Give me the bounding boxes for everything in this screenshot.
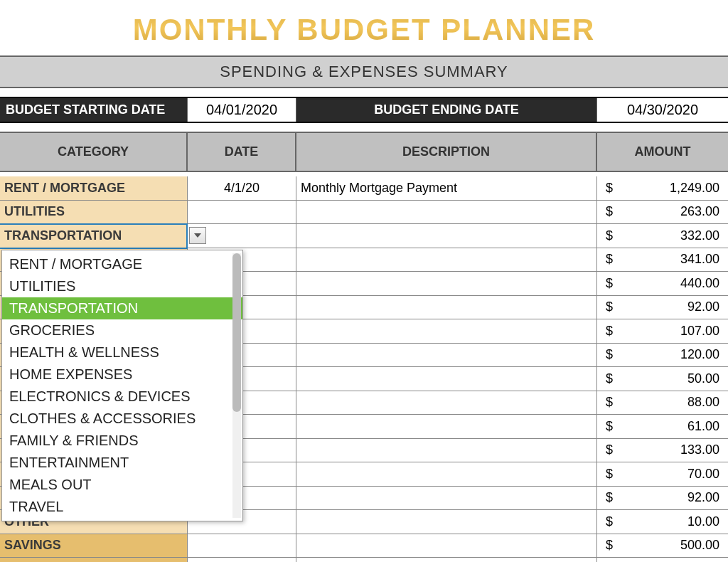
cell-category[interactable]: RENT / MORTGAGE <box>0 176 188 200</box>
cell-amount[interactable]: $120.00 <box>597 344 728 367</box>
dropdown-item[interactable]: CLOTHES & ACCESSORIES <box>2 408 242 430</box>
amount-value: 10.00 <box>687 514 719 529</box>
table-row: RENT / MORTGAGE4/1/20Monthly Mortgage Pa… <box>0 176 728 201</box>
header-description: DESCRIPTION <box>296 133 597 171</box>
cell-amount[interactable]: $92.00 <box>597 296 728 319</box>
cell-date[interactable] <box>188 201 296 224</box>
currency-symbol: $ <box>606 347 613 362</box>
cell-date[interactable] <box>188 534 296 558</box>
table-row: SAVINGS$500.00 <box>0 534 728 558</box>
dropdown-item[interactable]: UTILITIES <box>2 275 242 297</box>
cell-amount[interactable]: $92.00 <box>597 487 728 510</box>
cell-category[interactable]: SAVINGS <box>0 534 188 558</box>
cell-amount[interactable]: $1,249.00 <box>597 176 728 200</box>
cell-description[interactable] <box>296 558 597 562</box>
cell-description[interactable] <box>296 439 597 462</box>
cell-description[interactable] <box>296 344 597 367</box>
cell-description[interactable] <box>296 534 597 558</box>
cell-amount[interactable]: $50.00 <box>597 367 728 391</box>
cell-amount[interactable]: $70.00 <box>597 462 728 486</box>
dropdown-item[interactable]: GROCERIES <box>2 319 242 341</box>
cell-amount[interactable]: $10.00 <box>597 510 728 534</box>
start-date-value[interactable]: 04/01/2020 <box>188 98 296 122</box>
cell-description[interactable] <box>296 296 597 319</box>
cell-date[interactable] <box>188 558 296 562</box>
table-row: UTILITIES$263.00 <box>0 201 728 225</box>
amount-value: 332.00 <box>680 228 719 243</box>
cell-category[interactable]: TRANSPORTATION <box>0 224 188 248</box>
table-row: INVESTMENTS <box>0 558 728 562</box>
table-header-row: CATEGORY DATE DESCRIPTION AMOUNT <box>0 132 728 172</box>
cell-description[interactable] <box>296 367 597 391</box>
cell-description[interactable] <box>296 319 597 343</box>
currency-symbol: $ <box>606 324 613 339</box>
cell-description[interactable] <box>296 462 597 486</box>
dropdown-item[interactable]: HEALTH & WELLNESS <box>2 341 242 364</box>
dropdown-item[interactable]: HOME EXPENSES <box>2 364 242 386</box>
cell-amount[interactable]: $88.00 <box>597 391 728 415</box>
cell-description[interactable] <box>296 510 597 534</box>
end-date-label: BUDGET ENDING DATE <box>296 98 597 122</box>
cell-amount[interactable]: $107.00 <box>597 319 728 343</box>
budget-date-row: BUDGET STARTING DATE 04/01/2020 BUDGET E… <box>0 97 728 123</box>
cell-amount[interactable]: $341.00 <box>597 248 728 272</box>
amount-value: 61.00 <box>687 419 719 434</box>
dropdown-item[interactable]: RENT / MORTGAGE <box>2 253 242 275</box>
cell-description[interactable] <box>296 201 597 224</box>
cell-amount[interactable]: $332.00 <box>597 224 728 248</box>
amount-value: 107.00 <box>680 324 719 339</box>
category-dropdown[interactable]: RENT / MORTGAGEUTILITIESTRANSPORTATIONGR… <box>1 250 243 521</box>
cell-amount[interactable]: $61.00 <box>597 415 728 438</box>
header-amount: AMOUNT <box>597 133 728 171</box>
currency-symbol: $ <box>606 442 613 457</box>
dropdown-arrow-icon[interactable] <box>189 227 206 244</box>
amount-value: 1,249.00 <box>670 181 719 196</box>
cell-amount[interactable]: $263.00 <box>597 201 728 224</box>
currency-symbol: $ <box>606 204 613 219</box>
header-date: DATE <box>188 133 296 171</box>
cell-description[interactable] <box>296 391 597 415</box>
amount-value: 440.00 <box>680 276 719 291</box>
cell-description[interactable] <box>296 224 597 248</box>
cell-description[interactable] <box>296 487 597 510</box>
subtitle-bar: SPENDING & EXPENSES SUMMARY <box>0 55 728 88</box>
cell-description[interactable] <box>296 248 597 272</box>
cell-category[interactable]: UTILITIES <box>0 201 188 224</box>
currency-symbol: $ <box>606 299 613 314</box>
currency-symbol: $ <box>606 395 613 410</box>
dropdown-scrollbar-thumb[interactable] <box>232 253 241 412</box>
currency-symbol: $ <box>606 228 613 243</box>
dropdown-item[interactable]: TRANSPORTATION <box>2 297 242 319</box>
cell-date[interactable]: 4/1/20 <box>188 176 296 200</box>
dropdown-item[interactable]: ELECTRONICS & DEVICES <box>2 386 242 408</box>
amount-value: 70.00 <box>687 467 719 482</box>
amount-value: 263.00 <box>680 204 719 219</box>
cell-amount[interactable] <box>597 558 728 562</box>
cell-description[interactable]: Monthly Mortgage Payment <box>296 176 597 200</box>
currency-symbol: $ <box>606 276 613 291</box>
currency-symbol: $ <box>606 419 613 434</box>
currency-symbol: $ <box>606 467 613 482</box>
cell-amount[interactable]: $133.00 <box>597 439 728 462</box>
end-date-value[interactable]: 04/30/2020 <box>597 98 728 122</box>
dropdown-scrollbar[interactable] <box>232 253 241 518</box>
currency-symbol: $ <box>606 252 613 267</box>
amount-value: 50.00 <box>687 371 719 386</box>
dropdown-item[interactable]: FAMILY & FRIENDS <box>2 430 242 452</box>
amount-value: 341.00 <box>680 252 719 267</box>
amount-value: 92.00 <box>687 299 719 314</box>
amount-value: 120.00 <box>680 347 719 362</box>
currency-symbol: $ <box>606 371 613 386</box>
header-category: CATEGORY <box>0 133 188 171</box>
dropdown-item[interactable]: MEALS OUT <box>2 474 242 496</box>
dropdown-item[interactable]: TRAVEL <box>2 496 242 518</box>
cell-amount[interactable]: $500.00 <box>597 534 728 558</box>
table-row: TRANSPORTATION$332.00 <box>0 224 728 248</box>
cell-description[interactable] <box>296 415 597 438</box>
cell-description[interactable] <box>296 272 597 295</box>
cell-category[interactable]: INVESTMENTS <box>0 558 188 562</box>
dropdown-item[interactable]: ENTERTAINMENT <box>2 452 242 474</box>
amount-value: 133.00 <box>680 442 719 457</box>
cell-amount[interactable]: $440.00 <box>597 272 728 295</box>
start-date-label: BUDGET STARTING DATE <box>0 98 188 122</box>
